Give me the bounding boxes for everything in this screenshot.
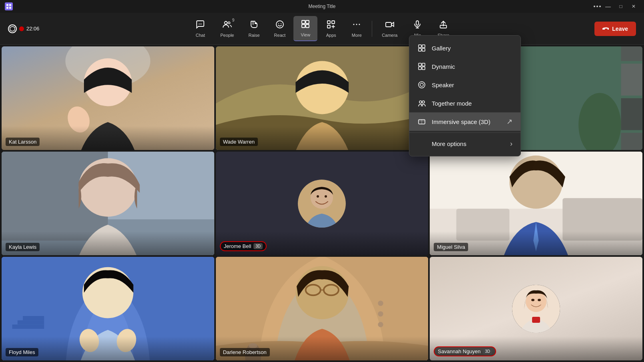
react-icon: [275, 20, 285, 31]
svg-point-83: [420, 83, 423, 86]
title-bar: Meeting Title — □ ✕: [0, 0, 644, 13]
window-controls: — □ ✕: [594, 2, 639, 10]
video-cell-darlene: Darlene Robertson: [216, 257, 429, 360]
more-options-dots[interactable]: [594, 2, 601, 10]
svg-point-6: [201, 24, 202, 24]
together-icon: [417, 99, 426, 108]
apps-label: Apps: [326, 33, 336, 38]
name-tag-miguel: Miguel Silva: [434, 243, 468, 251]
more-button[interactable]: More: [345, 16, 369, 41]
toolbar-divider: [372, 21, 372, 37]
share-icon: [439, 20, 448, 31]
people-button[interactable]: 9 People: [214, 16, 240, 41]
svg-point-11: [281, 23, 281, 24]
raise-label: Raise: [248, 33, 259, 38]
leave-label: Leave: [612, 26, 628, 32]
more-options-label: More options: [432, 140, 467, 147]
close-button[interactable]: ✕: [628, 2, 639, 10]
svg-point-82: [419, 82, 425, 88]
dropdown-more-options[interactable]: More options ›: [409, 134, 520, 153]
name-tag-wade: Wade Warren: [220, 138, 258, 146]
svg-point-85: [422, 101, 425, 103]
dropdown-dynamic[interactable]: Dynamic: [409, 57, 520, 76]
svg-rect-38: [621, 133, 642, 150]
video-cell-kayla: Kayla Lewis: [2, 152, 214, 255]
name-tag-savannah: Savannah Nguyen 3D: [434, 346, 496, 356]
svg-point-8: [228, 22, 230, 24]
raise-button[interactable]: Raise: [242, 16, 266, 41]
speaker-label: Speaker: [432, 82, 454, 88]
maximize-button[interactable]: □: [615, 2, 626, 10]
title-bar-left: [5, 2, 13, 10]
dropdown-together[interactable]: Together mode: [409, 94, 520, 112]
svg-rect-18: [327, 25, 330, 28]
gallery-label: Gallery: [432, 45, 451, 52]
dynamic-icon: [417, 62, 426, 71]
raise-icon: [249, 20, 259, 31]
svg-point-72: [538, 299, 541, 301]
svg-rect-73: [532, 317, 540, 323]
people-count: 9: [232, 18, 235, 22]
svg-point-10: [278, 23, 279, 24]
leave-button[interactable]: Leave: [594, 22, 636, 36]
video-cell-savannah: Savannah Nguyen 3D: [430, 257, 642, 360]
minimize-button[interactable]: —: [602, 2, 614, 10]
more-icon: [352, 20, 361, 31]
svg-rect-79: [422, 63, 425, 66]
svg-point-20: [356, 24, 357, 25]
speaker-icon: [417, 80, 426, 89]
react-button[interactable]: React: [268, 16, 292, 41]
svg-point-46: [325, 195, 327, 198]
gallery-icon: [417, 44, 426, 52]
svg-rect-37: [621, 98, 642, 130]
toolbar-left: 22:06: [8, 24, 188, 33]
view-button[interactable]: View: [293, 16, 317, 41]
svg-rect-1: [9, 4, 11, 6]
immersive-label: Immersive space (3D): [432, 118, 490, 125]
dropdown-gallery[interactable]: Gallery: [409, 39, 520, 57]
camera-icon: [385, 20, 395, 31]
chat-label: Chat: [196, 33, 205, 38]
video-grid: Kat Larsson Wade Warren: [0, 45, 644, 362]
chat-button[interactable]: Chat: [188, 16, 212, 41]
svg-rect-35: [621, 46, 642, 61]
svg-rect-54: [18, 320, 44, 325]
svg-rect-12: [302, 20, 305, 24]
svg-rect-81: [422, 67, 425, 70]
dropdown-speaker[interactable]: Speaker: [409, 76, 520, 94]
svg-point-66: [378, 322, 383, 327]
phone-icon: [602, 26, 609, 32]
svg-rect-36: [621, 64, 642, 96]
apps-button[interactable]: Apps: [319, 16, 343, 41]
camera-label: Camera: [382, 33, 397, 38]
dropdown-immersive[interactable]: Immersive space (3D) ↗: [409, 112, 520, 131]
svg-point-84: [419, 101, 422, 103]
app-icon: [5, 2, 13, 10]
video-cell-kat: Kat Larsson: [2, 46, 214, 150]
svg-point-5: [200, 24, 201, 24]
svg-rect-80: [419, 67, 421, 70]
react-label: React: [274, 33, 286, 38]
more-label: More: [352, 33, 362, 38]
savannah-avatar-circle: [512, 285, 560, 333]
camera-button[interactable]: Camera: [375, 16, 404, 41]
svg-rect-23: [416, 21, 419, 25]
more-options-chevron: ›: [510, 140, 512, 148]
savannah-3d-badge: 3D: [483, 348, 492, 354]
video-cell-floyd: Floyd Miles: [2, 257, 214, 360]
svg-rect-3: [9, 7, 11, 9]
immersive-icon: [417, 117, 426, 126]
svg-point-45: [317, 195, 319, 198]
name-tag-darlene: Darlene Robertson: [220, 348, 270, 356]
svg-point-7: [225, 22, 227, 24]
shield-icon: [8, 24, 17, 33]
svg-point-21: [359, 24, 360, 25]
svg-rect-78: [419, 63, 421, 66]
window-title: Meeting Title: [308, 4, 335, 9]
svg-point-71: [531, 299, 534, 301]
svg-rect-14: [302, 24, 305, 28]
svg-rect-76: [419, 48, 421, 51]
name-tag-kat: Kat Larsson: [6, 138, 40, 146]
view-icon: [301, 19, 310, 31]
svg-rect-22: [386, 22, 391, 27]
